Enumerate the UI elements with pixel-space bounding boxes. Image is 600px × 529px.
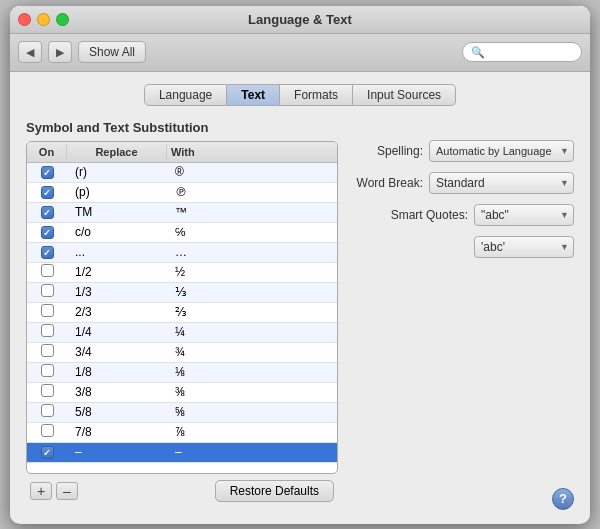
- row-with: ⅝: [167, 404, 337, 420]
- row-checkbox[interactable]: [41, 446, 54, 459]
- smart-quotes-row2: 'abc' ▼: [354, 236, 574, 258]
- spelling-select[interactable]: Automatic by Language ▼: [429, 140, 574, 162]
- main-area: Symbol and Text Substitution On Replace …: [26, 120, 574, 508]
- row-checkbox[interactable]: [41, 384, 54, 397]
- tab-input-sources[interactable]: Input Sources: [353, 84, 456, 106]
- back-button[interactable]: ◀: [18, 41, 42, 63]
- smart-quotes-select2[interactable]: 'abc' ▼: [474, 236, 574, 258]
- add-button[interactable]: +: [30, 482, 52, 500]
- col-header-replace: Replace: [67, 144, 167, 160]
- row-with: ⅜: [167, 384, 337, 400]
- tab-language[interactable]: Language: [144, 84, 227, 106]
- row-replace: 7/8: [67, 424, 167, 440]
- smart-quotes2-arrow-icon: ▼: [560, 242, 569, 252]
- row-replace: (p): [67, 184, 167, 200]
- smart-quotes-row1: Smart Quotes: "abc" ▼: [354, 204, 574, 226]
- row-replace: (r): [67, 164, 167, 180]
- row-with: ®: [167, 164, 337, 180]
- window-title: Language & Text: [248, 12, 352, 27]
- table-row: 2/3⅔: [27, 303, 337, 323]
- main-window: Language & Text ◀ ▶ Show All 🔍 Language …: [10, 6, 590, 524]
- traffic-lights: [18, 13, 69, 26]
- smart-quotes1-arrow-icon: ▼: [560, 210, 569, 220]
- row-replace: 5/8: [67, 404, 167, 420]
- table-row: (r)®: [27, 163, 337, 183]
- row-replace: ...: [67, 244, 167, 260]
- table-row: 1/8⅛: [27, 363, 337, 383]
- row-replace: 3/8: [67, 384, 167, 400]
- row-checkbox[interactable]: [41, 226, 54, 239]
- table-row: 7/8⅞: [27, 423, 337, 443]
- row-checkbox[interactable]: [41, 246, 54, 259]
- forward-button[interactable]: ▶: [48, 41, 72, 63]
- row-with: ⅔: [167, 304, 337, 320]
- row-replace: 3/4: [67, 344, 167, 360]
- word-break-arrow-icon: ▼: [560, 178, 569, 188]
- toolbar: ◀ ▶ Show All 🔍: [10, 34, 590, 72]
- row-replace: 1/3: [67, 284, 167, 300]
- row-checkbox[interactable]: [41, 364, 54, 377]
- content-area: Language Text Formats Input Sources Symb…: [10, 72, 590, 524]
- row-replace: 1/4: [67, 324, 167, 340]
- tab-bar: Language Text Formats Input Sources: [26, 84, 574, 106]
- maximize-button[interactable]: [56, 13, 69, 26]
- row-replace: TM: [67, 204, 167, 220]
- spelling-label: Spelling:: [377, 144, 423, 158]
- minimize-button[interactable]: [37, 13, 50, 26]
- word-break-row: Word Break: Standard ▼: [354, 172, 574, 194]
- search-box[interactable]: 🔍: [462, 42, 582, 62]
- row-checkbox[interactable]: [41, 324, 54, 337]
- row-with: ¼: [167, 324, 337, 340]
- search-input[interactable]: [488, 45, 573, 59]
- row-checkbox[interactable]: [41, 284, 54, 297]
- tab-text[interactable]: Text: [227, 84, 280, 106]
- row-with: –: [167, 444, 337, 460]
- close-button[interactable]: [18, 13, 31, 26]
- smart-quotes-value1: "abc": [481, 208, 509, 222]
- row-replace: c/o: [67, 224, 167, 240]
- spelling-value: Automatic by Language: [436, 145, 552, 157]
- row-checkbox[interactable]: [41, 264, 54, 277]
- row-checkbox[interactable]: [41, 186, 54, 199]
- row-checkbox[interactable]: [41, 304, 54, 317]
- help-button[interactable]: ?: [552, 488, 574, 510]
- smart-quotes-label: Smart Quotes:: [391, 208, 468, 222]
- row-replace: 1/8: [67, 364, 167, 380]
- row-with: …: [167, 244, 337, 260]
- row-with: ⅛: [167, 364, 337, 380]
- table-row: TM™: [27, 203, 337, 223]
- col-header-on: On: [27, 144, 67, 160]
- row-with: ⅓: [167, 284, 337, 300]
- row-replace: 1/2: [67, 264, 167, 280]
- row-checkbox[interactable]: [41, 344, 54, 357]
- word-break-select[interactable]: Standard ▼: [429, 172, 574, 194]
- row-checkbox[interactable]: [41, 166, 54, 179]
- row-replace: 2/3: [67, 304, 167, 320]
- table-row: 1/2½: [27, 263, 337, 283]
- remove-button[interactable]: –: [56, 482, 78, 500]
- table-header: On Replace With: [27, 142, 337, 163]
- table-row: ...…: [27, 243, 337, 263]
- row-replace: –: [67, 444, 167, 460]
- left-panel: Symbol and Text Substitution On Replace …: [26, 120, 338, 508]
- row-checkbox[interactable]: [41, 206, 54, 219]
- row-checkbox[interactable]: [41, 404, 54, 417]
- section-title: Symbol and Text Substitution: [26, 120, 338, 135]
- title-bar: Language & Text: [10, 6, 590, 34]
- table-row: 3/8⅜: [27, 383, 337, 403]
- table-row: 5/8⅝: [27, 403, 337, 423]
- table-row: ––: [27, 443, 337, 463]
- show-all-button[interactable]: Show All: [78, 41, 146, 63]
- table-body: (r)®(p)℗TM™c/o℅...…1/2½1/3⅓2/3⅔1/4¼3/4¾1…: [27, 163, 337, 473]
- smart-quotes-value2: 'abc': [481, 240, 505, 254]
- table-row: c/o℅: [27, 223, 337, 243]
- spelling-row: Spelling: Automatic by Language ▼: [354, 140, 574, 162]
- smart-quotes-select1[interactable]: "abc" ▼: [474, 204, 574, 226]
- spelling-arrow-icon: ▼: [560, 146, 569, 156]
- row-checkbox[interactable]: [41, 424, 54, 437]
- col-header-with: With: [167, 144, 337, 160]
- restore-defaults-button[interactable]: Restore Defaults: [215, 480, 334, 502]
- table-row: 3/4¾: [27, 343, 337, 363]
- tab-formats[interactable]: Formats: [280, 84, 353, 106]
- row-with: ½: [167, 264, 337, 280]
